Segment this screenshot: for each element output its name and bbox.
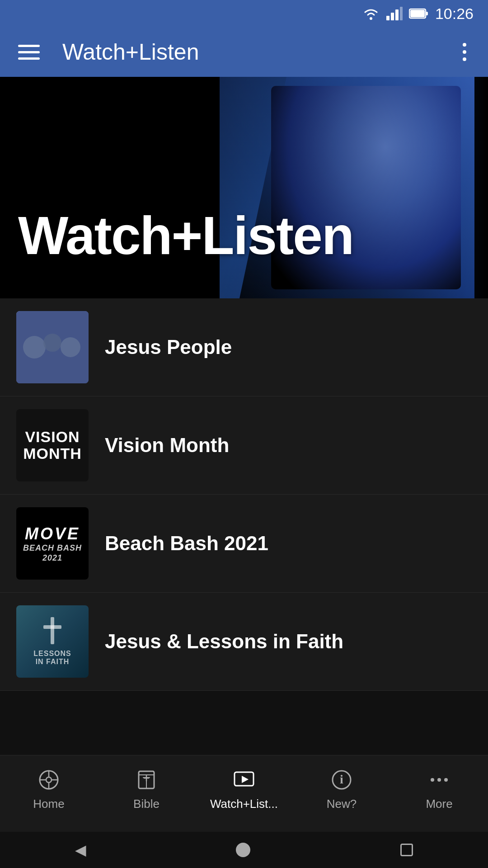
list-item[interactable]: Jesus People <box>0 298 488 396</box>
status-bar: 10:26 <box>0 0 488 27</box>
vision-month-thumbnail: VISION MONTH <box>16 409 89 481</box>
vision-month-title: Vision Month <box>105 434 229 457</box>
svg-text:i: i <box>340 772 343 786</box>
back-button[interactable]: ◀ <box>75 841 86 859</box>
svg-rect-6 <box>426 12 428 15</box>
recents-button[interactable] <box>400 844 413 856</box>
nav-item-home[interactable]: Home <box>0 767 98 811</box>
bible-icon <box>134 767 159 793</box>
list-item[interactable]: LESSONSIN FAITH Jesus & Lessons in Faith <box>0 593 488 691</box>
svg-point-25 <box>437 778 441 782</box>
status-time: 10:26 <box>435 5 474 23</box>
home-icon <box>36 767 61 793</box>
nav-item-more[interactable]: More <box>390 767 488 811</box>
beach-bash-title: Beach Bash 2021 <box>105 532 268 555</box>
more-dots-icon <box>427 767 452 793</box>
battery-icon <box>409 8 429 19</box>
wifi-icon <box>362 7 380 20</box>
home-nav-label: Home <box>33 797 64 811</box>
nav-item-watch-listen[interactable]: Watch+List... <box>195 767 293 811</box>
nav-item-new[interactable]: i New? <box>293 767 390 811</box>
beach-bash-thumbnail: MOVE BEACH BASH 2021 <box>16 507 89 580</box>
app-bar: Watch+Listen <box>0 27 488 77</box>
watch-listen-icon <box>231 767 257 793</box>
svg-rect-7 <box>410 10 425 17</box>
hero-banner: Watch+Listen <box>0 77 488 298</box>
lessons-faith-title: Jesus & Lessons in Faith <box>105 630 343 653</box>
overflow-menu-button[interactable] <box>459 39 470 65</box>
app-bar-title: Watch+Listen <box>62 39 446 65</box>
hamburger-menu-button[interactable] <box>18 45 40 60</box>
bottom-nav: Home Bible Watch+List... <box>0 755 488 832</box>
hero-title: Watch+Listen <box>0 209 353 262</box>
more-nav-label: More <box>426 797 452 811</box>
list-item[interactable]: VISION MONTH Vision Month <box>0 396 488 495</box>
new-nav-label: New? <box>327 797 357 811</box>
svg-point-0 <box>370 17 372 20</box>
svg-rect-1 <box>386 16 389 20</box>
lessons-faith-thumb-inner: LESSONSIN FAITH <box>33 617 71 666</box>
jesus-people-title: Jesus People <box>105 336 232 359</box>
vision-month-thumb-text: VISION MONTH <box>23 429 82 462</box>
svg-rect-3 <box>395 9 399 20</box>
content-list: Jesus People VISION MONTH Vision Month M… <box>0 298 488 691</box>
home-button[interactable] <box>236 843 250 857</box>
cross-icon <box>43 617 61 644</box>
lessons-thumb-label: LESSONSIN FAITH <box>33 650 71 666</box>
jesus-people-thumbnail <box>16 311 89 383</box>
svg-rect-2 <box>391 13 394 20</box>
svg-point-26 <box>444 778 448 782</box>
lessons-faith-thumbnail: LESSONSIN FAITH <box>16 605 89 678</box>
svg-point-9 <box>46 777 52 783</box>
svg-point-24 <box>431 778 434 782</box>
signal-icon <box>386 7 403 20</box>
new-icon: i <box>329 767 354 793</box>
beach-bash-thumb-text: MOVE BEACH BASH 2021 <box>16 524 89 563</box>
bible-nav-label: Bible <box>133 797 160 811</box>
nav-item-bible[interactable]: Bible <box>98 767 195 811</box>
svg-rect-4 <box>400 7 403 20</box>
system-nav-bar: ◀ <box>0 832 488 868</box>
list-item[interactable]: MOVE BEACH BASH 2021 Beach Bash 2021 <box>0 495 488 593</box>
watch-listen-nav-label: Watch+List... <box>210 797 278 811</box>
svg-marker-21 <box>242 776 249 783</box>
